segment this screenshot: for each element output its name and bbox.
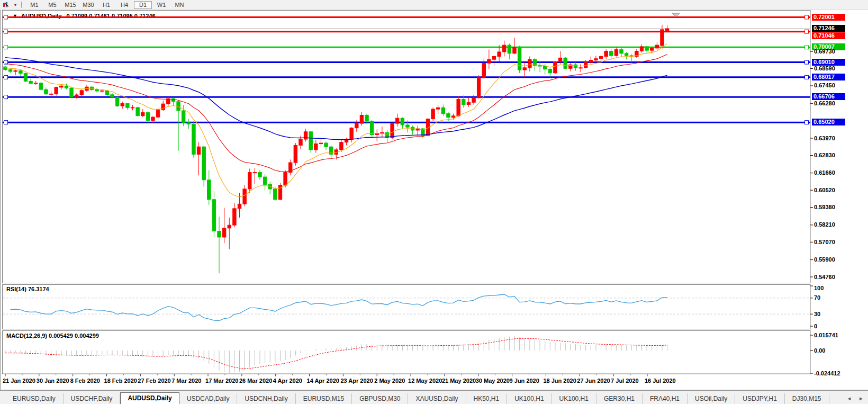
chart-cursor-icon[interactable] [2, 1, 12, 8]
macd-tick-label: 0.015741 [814, 332, 838, 338]
timeframe-button-h1[interactable]: H1 [98, 1, 115, 9]
chart-tab-usdchf-daily[interactable]: USDCHF,Daily [64, 393, 121, 404]
price-tick-label: 0.54760 [814, 274, 835, 280]
date-label: 23 Apr 2020 [340, 378, 373, 384]
chart-tab-usoil-daily[interactable]: USOil,Daily [688, 393, 735, 404]
price-tick-label: 0.60520 [814, 187, 835, 193]
timeframe-button-h4[interactable]: H4 [116, 1, 133, 9]
date-label: 2 May 2020 [374, 378, 405, 384]
price-badge: 0.65020 [812, 119, 845, 125]
date-label: 21 Jan 2020 [3, 378, 35, 384]
price-tick-label: 0.57070 [814, 239, 835, 245]
macd-tick-label: -0.024412 [814, 370, 840, 376]
macd-tick-label: 0.00 [814, 347, 825, 354]
dropdown-caret-icon[interactable]: ▾ [13, 2, 18, 7]
chart-tab-eurusd-daily[interactable]: EURUSD,Daily [5, 393, 64, 404]
chart-tab-gbpusd-m30[interactable]: GBPUSD,M30 [352, 393, 408, 404]
date-label: 27 Feb 2020 [138, 378, 170, 384]
chart-tab-audusd-daily[interactable]: AUDUSD,Daily [120, 392, 179, 404]
chart-tab-usdcnh-daily[interactable]: USDCNH,Daily [237, 393, 295, 404]
chart-tab-xauusd-daily[interactable]: XAUUSD,Daily [408, 393, 466, 404]
date-label: 27 Jun 2020 [577, 378, 610, 384]
tab-scroll-right-icon[interactable]: ► [858, 396, 864, 401]
price-badge: 0.71046 [812, 32, 845, 39]
price-tick-label: 0.55900 [814, 256, 835, 263]
timeframe-button-d1[interactable]: D1 [134, 1, 152, 9]
price-badge: 0.66706 [812, 93, 845, 100]
date-label: 8 Feb 2020 [70, 378, 100, 384]
date-label: 26 Mar 2020 [239, 378, 272, 384]
date-label: 21 May 2020 [442, 378, 476, 384]
chart-tab-eurusd-m15[interactable]: EURUSD,M15 [296, 393, 352, 404]
date-label: 7 Mar 2020 [171, 378, 201, 384]
chart-ohlc-values: 0.71099 0.71461 0.71095 0.71246 [66, 13, 155, 19]
timeframe-button-mn[interactable]: MN [171, 1, 188, 9]
chart-tab-usdjpy-h1[interactable]: USDJPY,H1 [735, 393, 784, 404]
chart-canvas[interactable] [0, 0, 868, 404]
timeframe-button-w1[interactable]: W1 [153, 1, 170, 9]
chart-tab-uk100-h1[interactable]: UK100,H1 [552, 393, 596, 404]
date-label: 17 Mar 2020 [205, 378, 238, 384]
chart-tab-uk100-h1[interactable]: UK100,H1 [507, 393, 551, 404]
price-tick-label: 0.66280 [814, 100, 835, 106]
timeframe-toolbar: ▾ M1M5M15M30H1H4D1W1MN [0, 0, 868, 10]
rsi-tick-label: 100 [814, 285, 824, 291]
price-badge: 0.71246 [812, 25, 845, 32]
date-label: 12 May 2020 [408, 378, 442, 384]
price-tick-label: 0.63970 [814, 135, 835, 141]
date-label: 4 Apr 2020 [273, 378, 302, 384]
chart-tabs: EURUSD,DailyUSDCHF,DailyAUDUSD,DailyUSDC… [5, 392, 836, 404]
rsi-indicator-label: RSI(14) 76.3174 [6, 286, 49, 292]
chart-title: AUDUSD,Daily0.71099 0.71461 0.71095 0.71… [21, 13, 156, 19]
date-label: 18 Feb 2020 [104, 378, 137, 384]
date-label: 30 Jan 2020 [37, 378, 69, 384]
rsi-tick-label: 70 [814, 294, 820, 301]
mt4-window: ▾ M1M5M15M30H1H4D1W1MN ▼ AUDUSD,Daily0.7… [0, 0, 868, 404]
price-tick-label: 0.61660 [814, 169, 835, 176]
chart-tab-dj30-m15[interactable]: DJ30,M15 [785, 393, 829, 404]
object-anchor-icon: ▼ [13, 13, 17, 19]
tab-scroll-arrows: ◄ ► [841, 396, 864, 401]
chart-tab-usdcad-daily[interactable]: USDCAD,Daily [179, 393, 238, 404]
price-tick-label: 0.68590 [814, 65, 835, 71]
price-tick-label: 0.69730 [814, 48, 835, 55]
macd-indicator-label: MACD(12,26,9) 0.005429 0.004299 [6, 333, 99, 339]
toolbar-grip [21, 2, 22, 8]
price-badge: 0.72001 [812, 14, 845, 21]
date-label: 14 Apr 2020 [307, 378, 339, 384]
price-tick-label: 0.67450 [814, 82, 835, 88]
price-badge: 0.68017 [812, 74, 845, 80]
chart-symbol-period: AUDUSD,Daily [21, 13, 61, 19]
chart-tab-hk50-h1[interactable]: HK50,H1 [466, 393, 508, 404]
timeframe-button-m15[interactable]: M15 [62, 1, 79, 9]
tab-scroll-left-icon[interactable]: ◄ [846, 396, 852, 401]
rsi-tick-label: 0 [814, 323, 817, 329]
chart-tab-bar: EURUSD,DailyUSDCHF,DailyAUDUSD,DailyUSDC… [0, 390, 868, 404]
rsi-tick-label: 30 [814, 311, 820, 317]
timeframe-button-m5[interactable]: M5 [44, 1, 61, 9]
date-label: 16 Jul 2020 [645, 378, 676, 384]
price-tick-label: 0.59380 [814, 204, 835, 210]
price-tick-label: 0.58210 [814, 221, 835, 228]
date-label: 30 May 2020 [476, 378, 510, 384]
date-label: 18 Jun 2020 [543, 378, 576, 384]
timeframe-buttons: M1M5M15M30H1H4D1W1MN [25, 1, 188, 9]
price-badge: 0.69010 [812, 59, 845, 66]
timeframe-button-m30[interactable]: M30 [80, 1, 97, 9]
date-label: 7 Jul 2020 [611, 378, 639, 384]
chart-tab-china300-h4[interactable]: CHINA300,H4 [829, 393, 836, 404]
date-label: 9 Jun 2020 [510, 378, 539, 384]
timeframe-button-m1[interactable]: M1 [26, 1, 43, 9]
chart-tab-ger30-h1[interactable]: GER30,H1 [596, 393, 643, 404]
price-tick-label: 0.62830 [814, 152, 835, 158]
chart-tab-fra40-h1[interactable]: FRA40,H1 [643, 393, 688, 404]
